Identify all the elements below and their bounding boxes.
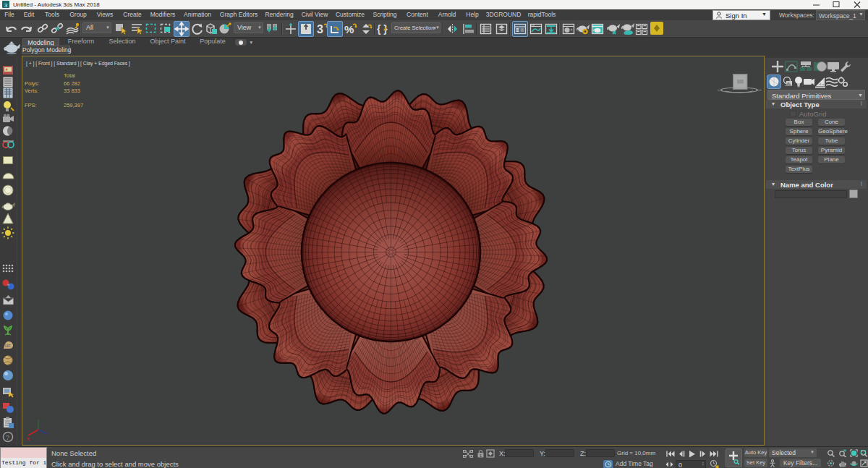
svg-text:?: ?: [6, 434, 9, 441]
svg-text:3: 3: [4, 2, 8, 9]
svg-text:3: 3: [317, 23, 323, 35]
svg-text:HF: HF: [5, 344, 11, 348]
svg-text:1: 1: [480, 454, 482, 458]
svg-text:{ }: { }: [377, 23, 388, 35]
svg-text:x: x: [27, 435, 30, 441]
svg-text:%: %: [344, 23, 354, 35]
